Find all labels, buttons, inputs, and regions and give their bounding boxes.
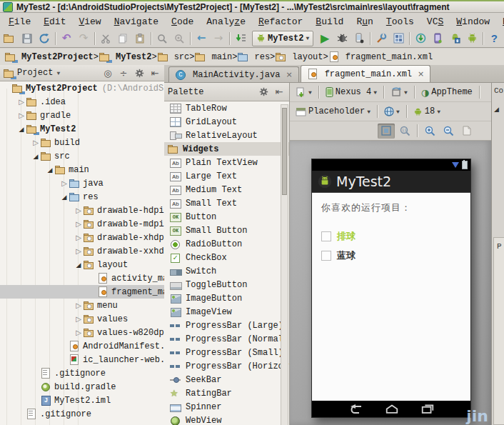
tree-node--gitignore[interactable]: .gitignore — [0, 366, 164, 380]
palette-item-togglebutton[interactable]: ToggleButton — [164, 278, 289, 291]
tree-node-drawable-hdpi[interactable]: ▷drawable-hdpi — [0, 204, 164, 217]
hide-panel-button[interactable]: ⇤ — [148, 67, 161, 79]
tree-node-main[interactable]: ◢main — [0, 163, 164, 176]
menu-item-help[interactable]: Help — [497, 16, 504, 28]
palette-item-tablerow[interactable]: TableRow — [164, 101, 289, 115]
breadcrumb-item[interactable]: MyTest2Project — [4, 51, 94, 62]
tree-collapsed-arrow-icon[interactable]: ▷ — [74, 234, 83, 241]
run-button[interactable]: ▶ — [316, 31, 333, 46]
palette-item-gridlayout[interactable]: GridLayout — [164, 115, 289, 129]
debug-button[interactable] — [333, 31, 351, 46]
breadcrumb-item[interactable]: src — [157, 51, 190, 62]
breadcrumb-item[interactable]: fragment_main.xml — [328, 51, 433, 62]
preview-doc-button[interactable] — [458, 124, 475, 139]
undo-button[interactable]: ↶ — [58, 31, 75, 46]
device-selector[interactable]: Nexus 4 ▼ — [323, 85, 380, 99]
cut-button[interactable] — [97, 31, 114, 46]
tree-collapsed-arrow-icon[interactable]: ▷ — [17, 111, 26, 119]
tree-node-mytest2project[interactable]: MyTest2Project(D:\AndroidStudioProjects) — [0, 81, 164, 95]
zoom-out-button[interactable] — [440, 124, 457, 139]
checkbox-row-basketball[interactable]: 蓝球 — [321, 249, 356, 262]
tree-collapsed-arrow-icon[interactable]: ▷ — [74, 329, 83, 336]
nav-back-icon[interactable] — [348, 404, 363, 414]
redo-button[interactable]: ↷ — [75, 31, 92, 46]
nav-recents-icon[interactable] — [420, 404, 435, 414]
run-configuration-select[interactable]: MyTest2 ▼ — [252, 31, 313, 46]
paste-button[interactable] — [131, 31, 148, 46]
tree-node-activity-main-xml[interactable]: activity_main.xml — [0, 271, 164, 285]
tree-node-mytest2-iml[interactable]: MyTest2.iml — [0, 394, 164, 407]
palette-item-small-button[interactable]: Small Button — [164, 224, 289, 237]
palette-item-switch[interactable]: Switch — [164, 264, 289, 278]
breadcrumb-item[interactable]: main — [194, 51, 232, 62]
forward-button[interactable]: → — [210, 31, 227, 46]
palette-item-progressbar-normal-[interactable]: ProgressBar (Normal) — [164, 332, 289, 346]
palette-item-plain-textview[interactable]: Plain TextView — [164, 156, 289, 169]
palette-item-large-text[interactable]: Large Text — [164, 169, 289, 183]
component-tree-panel-edge[interactable]: Co — [494, 86, 503, 95]
menu-item-build[interactable]: Build — [310, 16, 349, 28]
close-icon[interactable]: × — [286, 70, 292, 79]
zoom-in-button[interactable] — [421, 124, 438, 139]
make-project-button[interactable] — [232, 31, 249, 46]
tree-node-src[interactable]: ◢src — [0, 149, 164, 163]
tree-collapsed-arrow-icon[interactable]: ▷ — [74, 315, 83, 323]
tree-node-drawable-xhdpi[interactable]: ▷drawable-xhdpi — [0, 231, 164, 244]
help-button[interactable]: ? — [485, 31, 503, 46]
palette-item-small-text[interactable]: Small Text — [164, 196, 289, 210]
tree-collapsed-arrow-icon[interactable]: ▷ — [31, 139, 40, 146]
nav-home-icon[interactable] — [385, 404, 399, 414]
menu-item-vcs[interactable]: VCS — [421, 16, 449, 28]
open-button[interactable] — [1, 31, 19, 46]
settings-button[interactable] — [373, 31, 390, 46]
properties-panel-edge[interactable]: P — [493, 237, 504, 425]
palette-item-seekbar[interactable]: SeekBar — [164, 373, 289, 386]
palette-item-webview[interactable]: WebView — [164, 414, 289, 425]
close-icon[interactable]: × — [418, 69, 424, 79]
palette-item-progressbar-small-[interactable]: ProgressBar (Small) — [164, 346, 289, 359]
tree-node-mytest2[interactable]: ◢MyTest2 — [0, 122, 164, 136]
render-options-button[interactable]: ▼ — [293, 85, 315, 99]
palette-item-progressbar-large-[interactable]: ProgressBar (Large) — [164, 319, 289, 332]
tree-node-ic-launcher-web-png[interactable]: ic_launcher-web.png — [0, 353, 164, 366]
fragment-selector[interactable]: Placeholder ▼ — [293, 104, 373, 119]
tree-expanded-arrow-icon[interactable]: ◢ — [46, 166, 54, 174]
palette-item-relativelayout[interactable]: RelativeLayout — [164, 129, 289, 142]
tree-expanded-arrow-icon[interactable]: ◢ — [74, 261, 83, 269]
menu-item-view[interactable]: View — [73, 16, 106, 28]
tree-node-values[interactable]: ▷values — [0, 312, 164, 326]
palette-item-imagebutton[interactable]: ImageButton — [164, 291, 289, 305]
tree-expanded-arrow-icon[interactable]: ◢ — [17, 126, 26, 133]
tree-node-layout[interactable]: ◢layout — [0, 258, 164, 271]
tab-mainactivity-java[interactable]: MainActivity.java× — [168, 66, 299, 82]
breadcrumb-item[interactable]: MyTest2 — [99, 51, 151, 62]
menu-item-run[interactable]: Run — [351, 16, 378, 28]
menu-item-navigate[interactable]: Navigate — [109, 16, 164, 28]
avd-manager-button[interactable] — [463, 31, 480, 46]
save-button[interactable] — [19, 31, 36, 46]
palette-hide-button[interactable]: ⇤ — [273, 86, 286, 98]
collapse-all-button[interactable]: ÷ — [117, 67, 130, 79]
gradle-sync-button[interactable] — [412, 31, 429, 46]
sdk-manager-button[interactable] — [446, 31, 463, 46]
project-structure-button[interactable] — [390, 31, 407, 46]
breadcrumb-item[interactable]: res — [237, 51, 270, 62]
zoom-actual-button[interactable]: 1:1 — [396, 124, 413, 139]
panel-settings-button[interactable] — [133, 67, 146, 79]
palette-item-button[interactable]: Button — [164, 210, 289, 224]
palette-item-checkbox[interactable]: CheckBox — [164, 251, 289, 264]
tab-fragment-main-xml[interactable]: fragment_main.xml× — [301, 65, 431, 82]
menu-item-analyze[interactable]: Analyze — [201, 16, 251, 28]
copy-button[interactable] — [114, 31, 131, 46]
palette-item-medium-text[interactable]: Medium Text — [164, 183, 289, 196]
scrollbar-thumb[interactable] — [282, 108, 287, 195]
tree-node-build[interactable]: ▷build — [0, 136, 164, 149]
menu-item-file[interactable]: File — [3, 16, 36, 28]
replace-button[interactable] — [171, 31, 188, 46]
palette-item-ratingbar[interactable]: RatingBar — [164, 386, 289, 400]
palette-scrollbar[interactable] — [281, 104, 288, 425]
menu-item-tools[interactable]: Tools — [380, 16, 420, 28]
locale-selector[interactable]: ▼ — [381, 104, 403, 119]
breadcrumb-item[interactable]: layout — [275, 51, 323, 62]
palette-item-radiobutton[interactable]: RadioButton — [164, 237, 289, 251]
